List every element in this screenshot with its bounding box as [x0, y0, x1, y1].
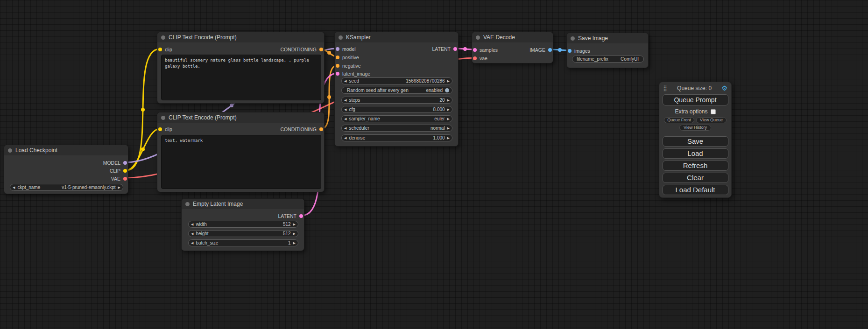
latent-output-dot[interactable]	[453, 47, 457, 51]
increment-arrow-icon[interactable]: ▶	[447, 79, 450, 83]
clip-output-dot[interactable]	[123, 169, 127, 173]
decrement-arrow-icon[interactable]: ◀	[191, 241, 193, 245]
increment-arrow-icon[interactable]: ▶	[293, 223, 296, 226]
clip-input-dot[interactable]	[158, 127, 162, 131]
output-slot-vae[interactable]: VAE	[111, 175, 127, 182]
node-load-checkpoint[interactable]: Load Checkpoint MODEL CLIP VAE ◀ ckpt_na…	[4, 145, 128, 194]
clear-button[interactable]: Clear	[663, 173, 728, 183]
negative-input-dot[interactable]	[336, 64, 339, 68]
cfg-widget[interactable]: ◀ cfg 8.000 ▶	[341, 106, 452, 113]
node-title-bar[interactable]: CLIP Text Encode (Prompt)	[157, 112, 324, 123]
positive-input-dot[interactable]	[336, 56, 339, 59]
latent-output-dot[interactable]	[299, 214, 303, 218]
steps-widget[interactable]: ◀ steps 20 ▶	[341, 97, 452, 104]
increment-arrow-icon[interactable]: ▶	[447, 98, 450, 102]
decrement-arrow-icon[interactable]: ◀	[344, 136, 346, 140]
next-arrow-icon[interactable]: ▶	[447, 117, 450, 120]
images-input-dot[interactable]	[568, 49, 572, 53]
input-slot-positive[interactable]: positive	[336, 54, 359, 61]
output-slot-model[interactable]: MODEL	[103, 159, 127, 167]
queue-front-button[interactable]: Queue Front	[664, 117, 694, 123]
node-clip-text-encode-positive[interactable]: CLIP Text Encode (Prompt) clip CONDITION…	[157, 32, 325, 104]
decrement-arrow-icon[interactable]: ◀	[191, 232, 193, 235]
filename-prefix-widget[interactable]: filename_prefix ComfyUI	[572, 56, 644, 63]
output-slot-image[interactable]: IMAGE	[529, 46, 552, 54]
prompt-textarea[interactable]: beautiful scenery nature glass bottle la…	[161, 55, 321, 100]
input-slot-clip[interactable]: clip	[158, 46, 172, 53]
extra-options-checkbox[interactable]	[711, 109, 716, 114]
node-title-bar[interactable]: VAE Decode	[472, 32, 553, 42]
denoise-widget[interactable]: ◀ denoise 1.000 ▶	[341, 134, 452, 141]
increment-arrow-icon[interactable]: ▶	[293, 241, 296, 245]
collapse-dot-icon[interactable]	[339, 35, 343, 40]
increment-arrow-icon[interactable]: ▶	[447, 108, 450, 111]
output-slot-conditioning[interactable]: CONDITIONING	[280, 46, 323, 53]
output-slot-clip[interactable]: CLIP	[110, 167, 127, 175]
output-slot-latent[interactable]: LATENT	[278, 212, 303, 220]
conditioning-output-dot[interactable]	[319, 48, 323, 51]
view-history-button[interactable]: View History	[679, 125, 711, 131]
load-button[interactable]: Load	[663, 148, 728, 159]
node-title-bar[interactable]: Save Image	[567, 33, 648, 43]
output-slot-latent[interactable]: LATENT	[432, 45, 457, 53]
increment-arrow-icon[interactable]: ▶	[447, 136, 450, 140]
seed-widget[interactable]: ◀ seed 156680208700286 ▶	[341, 77, 452, 84]
collapse-dot-icon[interactable]	[185, 202, 190, 206]
collapse-dot-icon[interactable]	[161, 116, 165, 120]
latent-image-input-dot[interactable]	[336, 72, 339, 76]
batch-size-widget[interactable]: ◀ batch_size 1 ▶	[188, 239, 298, 246]
load-default-button[interactable]: Load Default	[663, 185, 728, 195]
comfy-menu-panel[interactable]: ⣿ Queue size: 0 ⚙ Queue Prompt Extra opt…	[659, 82, 732, 198]
sampler-name-widget[interactable]: ◀ sampler_name euler ▶	[341, 115, 452, 122]
scheduler-widget[interactable]: ◀ scheduler normal ▶	[341, 125, 452, 132]
random-seed-toggle-widget[interactable]: Random seed after every gen enabled	[341, 87, 452, 94]
input-slot-samples[interactable]: samples	[473, 46, 498, 54]
model-input-dot[interactable]	[336, 47, 339, 51]
increment-arrow-icon[interactable]: ▶	[293, 232, 296, 235]
node-title-bar[interactable]: CLIP Text Encode (Prompt)	[157, 32, 324, 42]
settings-gear-icon[interactable]: ⚙	[721, 85, 727, 91]
model-output-dot[interactable]	[123, 161, 127, 165]
node-title-bar[interactable]: Load Checkpoint	[4, 145, 128, 155]
vae-output-dot[interactable]	[123, 177, 127, 181]
collapse-dot-icon[interactable]	[8, 148, 12, 153]
view-queue-button[interactable]: View Queue	[696, 117, 727, 123]
node-title-bar[interactable]: KSampler	[335, 32, 458, 42]
decrement-arrow-icon[interactable]: ◀	[344, 98, 346, 102]
width-widget[interactable]: ◀ width 512 ▶	[188, 221, 298, 228]
prev-arrow-icon[interactable]: ◀	[344, 117, 346, 120]
node-vae-decode[interactable]: VAE Decode samples vae IMAGE	[472, 32, 553, 63]
node-save-image[interactable]: Save Image images filename_prefix ComfyU…	[566, 33, 649, 68]
collapse-dot-icon[interactable]	[161, 35, 165, 40]
prev-arrow-icon[interactable]: ◀	[344, 126, 346, 130]
refresh-button[interactable]: Refresh	[663, 161, 728, 171]
prompt-textarea[interactable]: text, watermark	[161, 135, 321, 189]
input-slot-vae[interactable]: vae	[473, 55, 487, 62]
toggle-dot-icon[interactable]	[445, 88, 449, 92]
decrement-arrow-icon[interactable]: ◀	[344, 79, 346, 83]
drag-handle-icon[interactable]: ⣿	[663, 85, 667, 91]
input-slot-negative[interactable]: negative	[336, 62, 361, 70]
prev-arrow-icon[interactable]: ◀	[13, 186, 15, 189]
input-slot-images[interactable]: images	[568, 47, 590, 55]
node-graph-canvas[interactable]: Load Checkpoint MODEL CLIP VAE ◀ ckpt_na…	[0, 0, 868, 329]
next-arrow-icon[interactable]: ▶	[118, 186, 120, 189]
input-slot-model[interactable]: model	[336, 45, 356, 53]
node-empty-latent-image[interactable]: Empty Latent Image LATENT ◀ width 512 ▶ …	[181, 198, 304, 251]
node-ksampler[interactable]: KSampler model positive negative latent_…	[334, 32, 459, 147]
collapse-dot-icon[interactable]	[571, 36, 575, 41]
save-button[interactable]: Save	[663, 136, 728, 147]
collapse-dot-icon[interactable]	[476, 35, 480, 40]
ckpt-name-widget[interactable]: ◀ ckpt_name v1-5-pruned-emaonly.ckpt ▶	[10, 184, 123, 191]
decrement-arrow-icon[interactable]: ◀	[191, 223, 193, 226]
node-clip-text-encode-negative[interactable]: CLIP Text Encode (Prompt) clip CONDITION…	[157, 112, 325, 192]
next-arrow-icon[interactable]: ▶	[447, 126, 450, 130]
conditioning-output-dot[interactable]	[319, 127, 323, 131]
queue-prompt-button[interactable]: Queue Prompt	[663, 94, 728, 105]
samples-input-dot[interactable]	[473, 48, 477, 52]
clip-input-dot[interactable]	[158, 48, 162, 51]
output-slot-conditioning[interactable]: CONDITIONING	[280, 126, 323, 133]
vae-input-dot[interactable]	[473, 56, 477, 60]
decrement-arrow-icon[interactable]: ◀	[344, 108, 346, 111]
height-widget[interactable]: ◀ height 512 ▶	[188, 230, 298, 237]
